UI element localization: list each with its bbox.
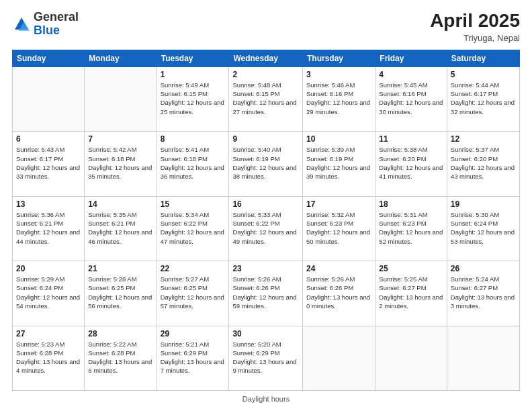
day-number: 28 bbox=[88, 329, 152, 338]
day-number: 3 bbox=[306, 70, 371, 79]
calendar-cell: 30Sunrise: 5:20 AMSunset: 6:29 PMDayligh… bbox=[229, 326, 303, 390]
day-number: 22 bbox=[161, 264, 226, 273]
calendar-cell bbox=[447, 326, 519, 390]
calendar-cell: 3Sunrise: 5:46 AMSunset: 6:16 PMDaylight… bbox=[303, 66, 375, 131]
calendar-header-row: Sunday Monday Tuesday Wednesday Thursday… bbox=[13, 50, 520, 66]
day-info: Sunrise: 5:24 AMSunset: 6:27 PMDaylight:… bbox=[451, 275, 516, 310]
day-number: 12 bbox=[451, 134, 516, 144]
day-number: 24 bbox=[306, 264, 371, 273]
day-number: 20 bbox=[16, 264, 81, 273]
calendar-cell: 23Sunrise: 5:26 AMSunset: 6:26 PMDayligh… bbox=[229, 261, 303, 326]
day-info: Sunrise: 5:30 AMSunset: 6:24 PMDaylight:… bbox=[451, 210, 516, 246]
footer-note: Daylight hours bbox=[12, 395, 520, 403]
day-number: 23 bbox=[232, 264, 299, 273]
day-info: Sunrise: 5:37 AMSunset: 6:20 PMDaylight:… bbox=[451, 145, 516, 181]
day-info: Sunrise: 5:32 AMSunset: 6:23 PMDaylight:… bbox=[306, 210, 371, 246]
calendar-cell bbox=[13, 66, 85, 131]
day-info: Sunrise: 5:48 AMSunset: 6:15 PMDaylight:… bbox=[232, 81, 299, 116]
day-info: Sunrise: 5:45 AMSunset: 6:16 PMDaylight:… bbox=[379, 81, 443, 116]
day-info: Sunrise: 5:23 AMSunset: 6:28 PMDaylight:… bbox=[16, 340, 81, 375]
day-info: Sunrise: 5:31 AMSunset: 6:23 PMDaylight:… bbox=[379, 210, 443, 246]
calendar-cell: 7Sunrise: 5:42 AMSunset: 6:18 PMDaylight… bbox=[85, 132, 157, 196]
logo: General Blue bbox=[12, 11, 79, 38]
logo-blue: Blue bbox=[34, 24, 60, 37]
day-info: Sunrise: 5:46 AMSunset: 6:16 PMDaylight:… bbox=[306, 81, 371, 116]
day-info: Sunrise: 5:26 AMSunset: 6:26 PMDaylight:… bbox=[306, 275, 371, 310]
calendar-cell: 11Sunrise: 5:38 AMSunset: 6:20 PMDayligh… bbox=[375, 132, 447, 196]
day-number: 4 bbox=[379, 70, 443, 79]
day-info: Sunrise: 5:40 AMSunset: 6:19 PMDaylight:… bbox=[232, 145, 299, 181]
calendar-cell: 25Sunrise: 5:25 AMSunset: 6:27 PMDayligh… bbox=[375, 261, 447, 326]
day-info: Sunrise: 5:28 AMSunset: 6:25 PMDaylight:… bbox=[88, 275, 152, 310]
col-saturday: Saturday bbox=[447, 50, 519, 66]
day-number: 8 bbox=[161, 134, 226, 144]
day-number: 30 bbox=[232, 329, 299, 338]
calendar-cell: 10Sunrise: 5:39 AMSunset: 6:19 PMDayligh… bbox=[303, 132, 375, 196]
day-info: Sunrise: 5:29 AMSunset: 6:24 PMDaylight:… bbox=[16, 275, 81, 310]
day-number: 29 bbox=[161, 329, 226, 338]
page: General Blue April 2025 Triyuga, Nepal S… bbox=[0, 0, 532, 411]
logo-general: General bbox=[34, 10, 79, 24]
col-tuesday: Tuesday bbox=[157, 50, 229, 66]
col-friday: Friday bbox=[375, 50, 447, 66]
day-info: Sunrise: 5:35 AMSunset: 6:21 PMDaylight:… bbox=[88, 210, 152, 246]
calendar-cell: 4Sunrise: 5:45 AMSunset: 6:16 PMDaylight… bbox=[375, 66, 447, 131]
calendar-cell: 6Sunrise: 5:43 AMSunset: 6:17 PMDaylight… bbox=[13, 132, 85, 196]
day-number: 7 bbox=[88, 134, 152, 144]
header: General Blue April 2025 Triyuga, Nepal bbox=[12, 11, 520, 43]
day-number: 10 bbox=[306, 134, 371, 144]
calendar-table: Sunday Monday Tuesday Wednesday Thursday… bbox=[12, 50, 520, 391]
calendar-cell: 12Sunrise: 5:37 AMSunset: 6:20 PMDayligh… bbox=[447, 132, 519, 196]
calendar-cell: 15Sunrise: 5:34 AMSunset: 6:22 PMDayligh… bbox=[157, 196, 229, 261]
day-info: Sunrise: 5:27 AMSunset: 6:25 PMDaylight:… bbox=[161, 275, 226, 310]
calendar-week-1: 6Sunrise: 5:43 AMSunset: 6:17 PMDaylight… bbox=[13, 132, 520, 196]
calendar-cell bbox=[85, 66, 157, 131]
title-block: April 2025 Triyuga, Nepal bbox=[430, 11, 520, 43]
col-monday: Monday bbox=[85, 50, 157, 66]
day-info: Sunrise: 5:42 AMSunset: 6:18 PMDaylight:… bbox=[88, 145, 152, 181]
day-info: Sunrise: 5:44 AMSunset: 6:17 PMDaylight:… bbox=[451, 81, 516, 116]
calendar-cell bbox=[303, 326, 375, 390]
calendar-cell: 2Sunrise: 5:48 AMSunset: 6:15 PMDaylight… bbox=[229, 66, 303, 131]
day-info: Sunrise: 5:25 AMSunset: 6:27 PMDaylight:… bbox=[379, 275, 443, 310]
subtitle: Triyuga, Nepal bbox=[430, 33, 520, 43]
day-info: Sunrise: 5:20 AMSunset: 6:29 PMDaylight:… bbox=[232, 340, 299, 375]
day-number: 6 bbox=[16, 134, 81, 144]
col-sunday: Sunday bbox=[13, 50, 85, 66]
logo-icon bbox=[12, 15, 31, 34]
day-info: Sunrise: 5:49 AMSunset: 6:15 PMDaylight:… bbox=[161, 81, 226, 116]
logo-text: General Blue bbox=[34, 11, 79, 38]
day-info: Sunrise: 5:36 AMSunset: 6:21 PMDaylight:… bbox=[16, 210, 81, 246]
calendar-cell: 22Sunrise: 5:27 AMSunset: 6:25 PMDayligh… bbox=[157, 261, 229, 326]
day-number: 11 bbox=[379, 134, 443, 144]
calendar-cell: 27Sunrise: 5:23 AMSunset: 6:28 PMDayligh… bbox=[13, 326, 85, 390]
day-number: 26 bbox=[451, 264, 516, 273]
day-info: Sunrise: 5:38 AMSunset: 6:20 PMDaylight:… bbox=[379, 145, 443, 181]
day-number: 9 bbox=[232, 134, 299, 144]
day-info: Sunrise: 5:41 AMSunset: 6:18 PMDaylight:… bbox=[161, 145, 226, 181]
col-thursday: Thursday bbox=[303, 50, 375, 66]
calendar-week-0: 1Sunrise: 5:49 AMSunset: 6:15 PMDaylight… bbox=[13, 66, 520, 131]
calendar-cell: 20Sunrise: 5:29 AMSunset: 6:24 PMDayligh… bbox=[13, 261, 85, 326]
day-number: 5 bbox=[451, 70, 516, 79]
calendar-cell: 17Sunrise: 5:32 AMSunset: 6:23 PMDayligh… bbox=[303, 196, 375, 261]
calendar-week-3: 20Sunrise: 5:29 AMSunset: 6:24 PMDayligh… bbox=[13, 261, 520, 326]
day-number: 1 bbox=[161, 70, 226, 79]
calendar-cell: 14Sunrise: 5:35 AMSunset: 6:21 PMDayligh… bbox=[85, 196, 157, 261]
calendar-cell: 26Sunrise: 5:24 AMSunset: 6:27 PMDayligh… bbox=[447, 261, 519, 326]
day-info: Sunrise: 5:33 AMSunset: 6:22 PMDaylight:… bbox=[232, 210, 299, 246]
calendar-cell: 24Sunrise: 5:26 AMSunset: 6:26 PMDayligh… bbox=[303, 261, 375, 326]
calendar-cell: 16Sunrise: 5:33 AMSunset: 6:22 PMDayligh… bbox=[229, 196, 303, 261]
calendar-week-2: 13Sunrise: 5:36 AMSunset: 6:21 PMDayligh… bbox=[13, 196, 520, 261]
daylight-hours-label: Daylight hours bbox=[242, 395, 290, 403]
calendar-cell: 8Sunrise: 5:41 AMSunset: 6:18 PMDaylight… bbox=[157, 132, 229, 196]
day-number: 14 bbox=[88, 199, 152, 209]
day-info: Sunrise: 5:43 AMSunset: 6:17 PMDaylight:… bbox=[16, 145, 81, 181]
day-number: 25 bbox=[379, 264, 443, 273]
day-number: 19 bbox=[451, 199, 516, 209]
calendar-cell: 21Sunrise: 5:28 AMSunset: 6:25 PMDayligh… bbox=[85, 261, 157, 326]
month-title: April 2025 bbox=[430, 11, 520, 32]
calendar-week-4: 27Sunrise: 5:23 AMSunset: 6:28 PMDayligh… bbox=[13, 326, 520, 390]
day-number: 27 bbox=[16, 329, 81, 338]
day-number: 13 bbox=[16, 199, 81, 209]
